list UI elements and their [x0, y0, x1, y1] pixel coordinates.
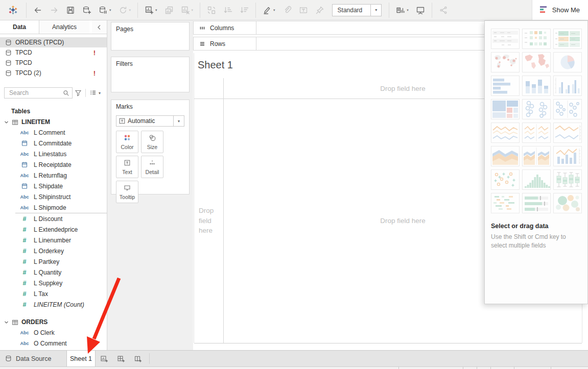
save-button[interactable]: [62, 0, 79, 20]
data-source-item[interactable]: ORDERS (TPCD): [0, 37, 107, 47]
showme-horizontal-bars-thumbnail[interactable]: [491, 76, 520, 96]
mark-button-size[interactable]: Size: [141, 131, 163, 153]
showme-stacked-bars-thumbnail[interactable]: [522, 76, 551, 96]
mark-button-color[interactable]: Color: [116, 131, 138, 153]
table-group-orders[interactable]: ORDERS: [0, 317, 107, 327]
data-source-item[interactable]: TPCD: [0, 58, 107, 68]
showme-symbol-map-thumbnail[interactable]: [491, 52, 520, 72]
show-me-button[interactable]: Show Me: [532, 0, 588, 20]
field-row[interactable]: #LINEITEM (Count): [15, 299, 107, 310]
field-row[interactable]: L Commitdate: [0, 138, 107, 149]
showme-box-and-whisker-thumbnail[interactable]: [553, 169, 582, 190]
text-annotation-button[interactable]: [295, 0, 312, 20]
view-options-icon[interactable]: [87, 89, 99, 96]
showme-bullet-graph-thumbnail[interactable]: [522, 193, 551, 213]
field-row[interactable]: AbcL Returnflag: [0, 170, 107, 181]
tab-data[interactable]: Data: [0, 20, 39, 34]
new-story-button[interactable]: [129, 351, 146, 366]
field-row[interactable]: #L Partkey: [15, 256, 107, 267]
field-row[interactable]: AbcO Comment: [0, 338, 107, 349]
showme-dual-lines-thumbnail[interactable]: [553, 122, 582, 143]
showme-treemap-thumbnail[interactable]: [491, 99, 520, 119]
field-row[interactable]: AbcO Clerk: [0, 327, 107, 338]
chevron-down-icon[interactable]: [4, 120, 9, 125]
sort-descending-button[interactable]: [236, 0, 252, 20]
field-row[interactable]: L Shipdate: [0, 181, 107, 191]
mark-button-detail[interactable]: Detail: [141, 156, 163, 178]
showme-dual-combination-thumbnail[interactable]: [553, 146, 582, 166]
pause-auto-updates-button[interactable]: ▾: [95, 0, 115, 20]
paperclip-button[interactable]: [279, 0, 295, 20]
view-options-caret[interactable]: ▾: [99, 91, 103, 95]
field-row[interactable]: AbcL Comment: [0, 127, 107, 138]
showme-filled-map-thumbnail[interactable]: [522, 52, 551, 72]
mark-type-dropdown[interactable]: Automatic ▾: [116, 115, 184, 127]
new-worksheet-button[interactable]: ▾: [141, 0, 161, 20]
highlight-caret[interactable]: ▾: [273, 8, 275, 12]
showme-highlight-table-thumbnail[interactable]: [522, 29, 551, 49]
showme-side-by-side-circles-thumbnail[interactable]: [553, 99, 582, 119]
showme-heat-map-thumbnail[interactable]: [553, 29, 582, 49]
new-worksheet-caret[interactable]: ▾: [155, 8, 157, 12]
showme-lines-discrete-thumbnail[interactable]: [522, 122, 551, 143]
run-auto-updates-caret[interactable]: ▾: [129, 8, 131, 12]
filters-card[interactable]: Filters: [111, 57, 190, 92]
showme-lines-continuous-thumbnail[interactable]: [491, 122, 520, 143]
field-row[interactable]: AbcL Shipinstruct: [0, 191, 107, 202]
duplicate-sheet-button[interactable]: [161, 0, 177, 20]
field-row[interactable]: #L Linenumber: [15, 235, 107, 245]
showme-pie-chart-thumbnail[interactable]: [553, 52, 582, 72]
show-mark-labels-caret[interactable]: ▾: [407, 8, 409, 12]
highlight-button[interactable]: ▾: [259, 0, 279, 20]
showme-packed-bubbles-thumbnail[interactable]: [553, 193, 582, 213]
showme-area-discrete-thumbnail[interactable]: [522, 146, 551, 166]
field-row[interactable]: #L Quantity: [15, 267, 107, 278]
run-auto-updates-button[interactable]: ▾: [115, 0, 135, 20]
data-source-tab[interactable]: Data Source: [0, 351, 66, 366]
field-row[interactable]: #L Discount: [15, 213, 107, 224]
mark-button-tooltip[interactable]: Tooltip: [116, 181, 138, 203]
new-dashboard-button[interactable]: [112, 351, 129, 366]
showme-gantt-thumbnail[interactable]: [491, 193, 520, 213]
swap-rows-columns-button[interactable]: [203, 0, 220, 20]
drop-zone-left[interactable]: Drop field here: [194, 99, 223, 343]
field-row[interactable]: L Receiptdate: [0, 159, 107, 170]
fit-selector-dropdown[interactable]: Standard▾: [332, 4, 382, 16]
new-worksheet-button[interactable]: [96, 351, 112, 366]
field-row[interactable]: #L Extendedprice: [15, 224, 107, 235]
showme-scatter-plot-thumbnail[interactable]: [491, 169, 520, 190]
pause-auto-updates-caret[interactable]: ▾: [109, 8, 111, 12]
showme-histogram-thumbnail[interactable]: [522, 169, 551, 190]
redo-button[interactable]: [46, 0, 62, 20]
table-group-lineitem[interactable]: LINEITEM: [0, 117, 107, 127]
new-data-source-button[interactable]: [79, 0, 95, 20]
sheet-tab-sheet1[interactable]: Sheet 1: [66, 351, 96, 366]
clear-sheet-button[interactable]: ▾: [177, 0, 197, 20]
filter-fields-icon[interactable]: [73, 89, 84, 96]
pages-card[interactable]: Pages: [111, 22, 190, 51]
data-source-item[interactable]: TPCD!: [0, 47, 107, 58]
field-row[interactable]: #L Orderkey: [15, 245, 107, 256]
showme-text-table-thumbnail[interactable]: [491, 29, 520, 49]
field-row[interactable]: #L Tax: [15, 288, 107, 299]
search-input-box[interactable]: [4, 87, 73, 99]
field-row[interactable]: AbcL Linestatus: [0, 149, 107, 159]
share-button[interactable]: [435, 0, 452, 20]
showme-circle-views-thumbnail[interactable]: [522, 99, 551, 119]
tab-analytics[interactable]: Analytics: [39, 20, 89, 34]
showme-area-continuous-thumbnail[interactable]: [491, 146, 520, 166]
mark-button-text[interactable]: Text: [116, 156, 138, 178]
showme-side-by-side-bars-thumbnail[interactable]: [553, 76, 582, 96]
clear-sheet-caret[interactable]: ▾: [192, 8, 194, 12]
fit-caret-icon[interactable]: ▾: [370, 5, 381, 16]
collapse-pane-icon[interactable]: [92, 20, 107, 34]
field-row[interactable]: AbcL Shipmode: [0, 202, 107, 213]
mark-type-caret[interactable]: ▾: [173, 116, 184, 126]
show-mark-labels-button[interactable]: ▾: [392, 0, 412, 20]
presentation-mode-button[interactable]: [412, 0, 429, 20]
sort-ascending-button[interactable]: [220, 0, 236, 20]
chevron-down-icon[interactable]: [4, 320, 9, 325]
data-source-item[interactable]: TPCD (2)!: [0, 68, 107, 78]
fix-axes-pin-button[interactable]: [312, 0, 328, 20]
undo-button[interactable]: [30, 0, 46, 20]
